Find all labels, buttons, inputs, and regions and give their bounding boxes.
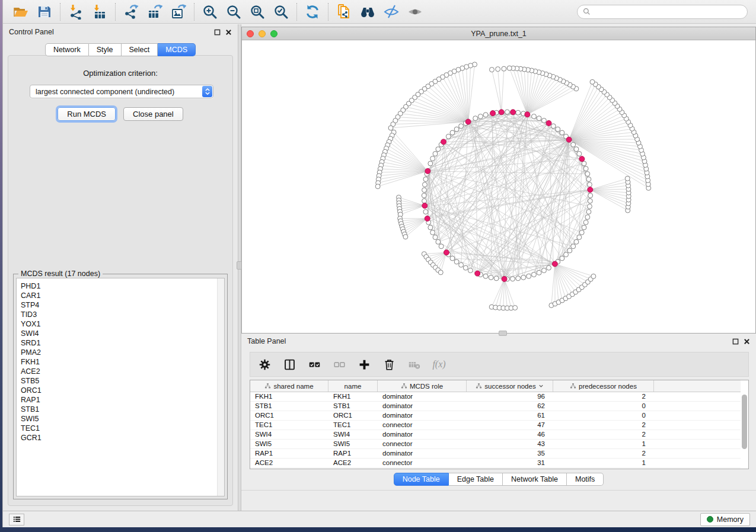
table-cell[interactable]: STB1 (250, 402, 328, 411)
table-cell[interactable]: 1 (553, 459, 654, 467)
result-list-item[interactable]: FKH1 (21, 357, 224, 367)
table-row[interactable]: YOX1YOX1connector291 (250, 468, 741, 469)
result-list-item[interactable]: STB5 (21, 376, 224, 386)
table-cell[interactable]: RAP1 (328, 449, 378, 458)
table-cell[interactable]: ORC1 (250, 411, 328, 420)
tab-select[interactable]: Select (122, 43, 158, 56)
table-cell[interactable]: YOX1 (328, 468, 378, 469)
settings-button[interactable] (257, 357, 272, 372)
result-list-item[interactable]: STP4 (21, 300, 224, 310)
table-cell[interactable]: connector (378, 459, 467, 467)
column-header-successor-nodes[interactable]: successor nodes (467, 380, 553, 392)
save-session-button[interactable] (33, 2, 56, 22)
column-header-shared-name[interactable]: shared name (250, 380, 328, 392)
share-document-button[interactable] (332, 2, 356, 22)
deselect-all-button[interactable] (332, 357, 347, 372)
table-cell[interactable]: dominator (378, 411, 467, 420)
table-row[interactable]: ACE2ACE2connector311 (250, 459, 741, 468)
table-cell[interactable]: 61 (467, 411, 553, 420)
zoom-in-button[interactable] (198, 2, 222, 22)
run-mcds-button[interactable]: Run MCDS (58, 107, 116, 121)
result-list-item[interactable]: PMA2 (21, 348, 224, 357)
table-cell[interactable]: dominator (378, 402, 467, 411)
memory-button[interactable]: Memory (700, 513, 750, 526)
table-cell[interactable]: 46 (467, 430, 553, 439)
zoom-fit-button[interactable] (245, 2, 269, 22)
table-cell[interactable]: 2 (553, 421, 654, 430)
show-graphics-details-button[interactable] (403, 2, 427, 22)
float-table-panel-icon[interactable] (732, 338, 739, 345)
horizontal-splitter-grip[interactable] (499, 331, 507, 336)
delete-row-button[interactable] (382, 357, 397, 372)
table-cell[interactable]: TEC1 (250, 421, 328, 430)
table-cell[interactable]: dominator (378, 430, 467, 439)
table-cell[interactable]: STB1 (328, 402, 378, 411)
task-history-button[interactable] (9, 514, 24, 525)
column-header-name[interactable]: name (328, 380, 378, 392)
result-list-item[interactable]: GCR1 (21, 433, 224, 443)
select-all-button[interactable] (307, 357, 322, 372)
table-cell[interactable]: SWI4 (250, 430, 328, 439)
result-list-item[interactable]: PHD1 (21, 281, 224, 291)
result-list-item[interactable]: RAP1 (21, 395, 224, 405)
tab-motifs[interactable]: Motifs (567, 473, 604, 486)
minimize-window-button[interactable] (259, 30, 266, 37)
export-network-button[interactable] (119, 2, 143, 22)
close-table-panel-icon[interactable] (744, 338, 750, 345)
tab-style[interactable]: Style (89, 43, 122, 56)
export-image-button[interactable] (167, 2, 190, 22)
column-header-MCDS-role[interactable]: MCDS role (378, 380, 467, 392)
table-row[interactable]: FKH1FKH1dominator962 (250, 392, 741, 402)
search-field[interactable] (577, 5, 748, 19)
table-cell[interactable]: SWI4 (328, 430, 378, 439)
table-cell[interactable]: 35 (467, 449, 553, 458)
tab-network-table[interactable]: Network Table (503, 473, 567, 486)
result-list-item[interactable]: TEC1 (21, 424, 224, 433)
table-cell[interactable]: 1 (553, 468, 654, 469)
close-panel-icon[interactable] (225, 29, 232, 36)
table-cell[interactable]: 47 (467, 421, 553, 430)
refresh-view-button[interactable] (301, 2, 324, 22)
table-cell[interactable]: dominator (378, 392, 467, 401)
table-cell[interactable]: FKH1 (328, 392, 378, 401)
import-table-button[interactable] (88, 2, 111, 22)
zoom-selected-button[interactable] (269, 2, 293, 22)
result-list-item[interactable]: ORC1 (21, 386, 224, 395)
table-cell[interactable]: connector (378, 468, 467, 469)
tab-edge-table[interactable]: Edge Table (449, 473, 503, 486)
table-scrollbar[interactable] (742, 382, 747, 467)
table-cell[interactable]: FKH1 (250, 392, 328, 401)
table-cell[interactable]: SWI5 (328, 440, 378, 448)
table-cell[interactable]: dominator (378, 449, 467, 458)
table-cell[interactable]: 0 (553, 411, 654, 420)
mcds-result-list[interactable]: PHD1CAR1STP4TID3YOX1SWI4SRD1PMA2FKH1ACE2… (16, 278, 225, 496)
table-row[interactable]: ORC1ORC1dominator610 (250, 411, 741, 421)
table-row[interactable]: SWI4SWI4dominator462 (250, 430, 741, 440)
column-header-predecessor-nodes[interactable]: predecessor nodes (553, 380, 654, 392)
table-cell[interactable]: 1 (553, 440, 654, 448)
result-list-item[interactable]: STB1 (21, 405, 224, 414)
network-canvas[interactable] (242, 40, 755, 333)
float-panel-icon[interactable] (214, 29, 221, 36)
table-row[interactable]: STB1STB1dominator620 (250, 402, 741, 411)
tab-mcds[interactable]: MCDS (158, 43, 196, 56)
export-table-button[interactable] (143, 2, 167, 22)
result-list-item[interactable]: SWI5 (21, 414, 224, 424)
zoom-out-button[interactable] (222, 2, 245, 22)
tab-node-table[interactable]: Node Table (394, 473, 449, 486)
table-row[interactable]: RAP1RAP1dominator352 (250, 449, 741, 459)
table-cell[interactable]: 96 (467, 392, 553, 401)
search-network-button[interactable] (356, 2, 379, 22)
result-list-item[interactable]: CAR1 (21, 291, 224, 300)
table-row[interactable]: TEC1TEC1connector472 (250, 421, 741, 430)
table-cell[interactable]: 2 (553, 392, 654, 401)
search-input[interactable] (594, 8, 742, 16)
open-file-button[interactable] (9, 2, 33, 22)
result-list-item[interactable]: SRD1 (21, 338, 224, 348)
result-list-item[interactable]: ACE2 (21, 367, 224, 376)
table-scrollbar-thumb[interactable] (742, 395, 747, 449)
table-cell[interactable]: TEC1 (328, 421, 378, 430)
table-cell[interactable]: connector (378, 440, 467, 448)
table-cell[interactable]: ORC1 (328, 411, 378, 420)
maximize-window-button[interactable] (270, 30, 277, 37)
